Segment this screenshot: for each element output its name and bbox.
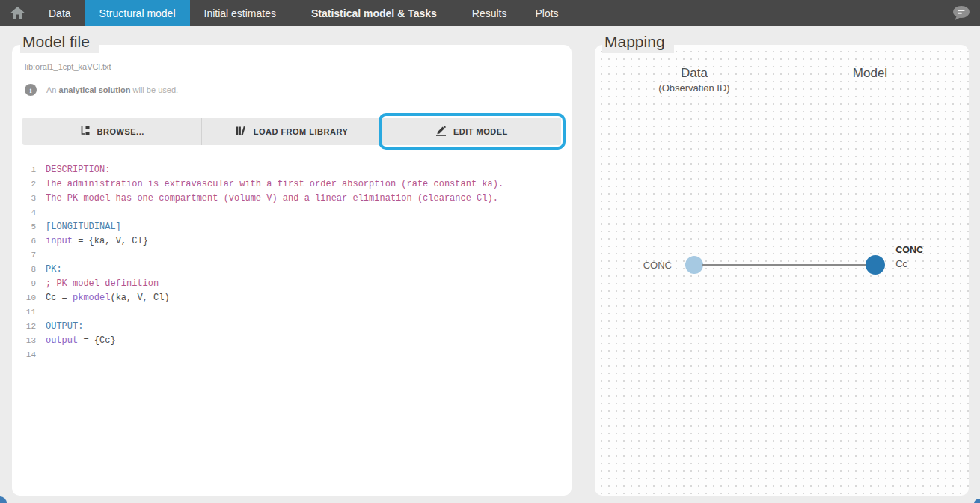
code-line: 11 bbox=[22, 305, 563, 320]
mapping-connector-line bbox=[702, 264, 867, 266]
line-number: 5 bbox=[22, 220, 40, 234]
line-number: 12 bbox=[22, 320, 40, 334]
mapping-model-header: Model bbox=[829, 66, 911, 81]
line-number: 14 bbox=[22, 348, 40, 362]
tab-initial-estimates[interactable]: Initial estimates bbox=[190, 0, 290, 26]
line-number: 10 bbox=[22, 291, 40, 305]
model-file-actions: BROWSE... LOAD FROM LIBRARY bbox=[22, 118, 561, 145]
mapping-model-output: Cc bbox=[895, 258, 923, 269]
code-line: 1DESCRIPTION: bbox=[22, 163, 563, 177]
tab-results[interactable]: Results bbox=[458, 0, 521, 26]
model-code-editor[interactable]: 1DESCRIPTION:2The administration is extr… bbox=[22, 163, 563, 485]
code-line: 3The PK model has one compartment (volum… bbox=[22, 192, 563, 206]
code-line: 9; PK model definition bbox=[22, 277, 563, 291]
analytical-solution-note: i An analytical solution will be used. bbox=[25, 84, 178, 96]
code-line: 13output = {Cc} bbox=[22, 334, 563, 348]
mapping-data-header: Data bbox=[653, 66, 735, 81]
line-number: 3 bbox=[22, 192, 40, 206]
code-line: 5[LONGITUDINAL] bbox=[22, 220, 563, 234]
edit-model-button[interactable]: EDIT MODEL bbox=[382, 118, 561, 145]
browse-icon bbox=[80, 126, 91, 138]
code-line: 10Cc = pkmodel(ka, V, Cl) bbox=[22, 291, 563, 305]
load-from-library-button-label: LOAD FROM LIBRARY bbox=[254, 127, 349, 136]
line-number: 8 bbox=[22, 263, 40, 277]
mapping-data-label: CONC bbox=[628, 260, 672, 271]
line-number: 11 bbox=[22, 305, 40, 320]
code-line: 6input = {ka, V, Cl} bbox=[22, 234, 563, 249]
mapping-model-labels: CONC Cc bbox=[895, 245, 923, 269]
line-number: 1 bbox=[22, 163, 40, 177]
code-line: 2The administration is extravascular wit… bbox=[22, 177, 563, 192]
model-file-title: Model file bbox=[20, 33, 99, 53]
chat-bubble-icon[interactable] bbox=[952, 0, 980, 26]
browse-button[interactable]: BROWSE... bbox=[22, 118, 202, 145]
bottom-right-corner-fragment bbox=[974, 499, 980, 503]
mapping-model-endpoint[interactable] bbox=[866, 255, 885, 275]
library-icon bbox=[236, 126, 247, 138]
home-icon[interactable] bbox=[0, 0, 34, 26]
code-line: 12OUTPUT: bbox=[22, 320, 563, 334]
code-line: 4 bbox=[22, 206, 563, 220]
mapping-model-name: CONC bbox=[895, 245, 923, 255]
edit-model-button-label: EDIT MODEL bbox=[453, 127, 508, 136]
code-line: 14 bbox=[22, 348, 563, 362]
line-number: 4 bbox=[22, 206, 40, 220]
tab-structural-model[interactable]: Structural model bbox=[85, 0, 190, 26]
mapping-title: Mapping bbox=[602, 33, 674, 53]
mapping-panel: Data (Observation ID) Model CONC CONC Cc bbox=[595, 45, 969, 496]
line-number: 9 bbox=[22, 277, 40, 291]
mapping-row-conc: CONC CONC Cc bbox=[628, 243, 923, 287]
mapping-data-subheader: (Observation ID) bbox=[631, 82, 758, 94]
line-number: 7 bbox=[22, 249, 40, 263]
mapping-data-endpoint[interactable] bbox=[685, 256, 703, 274]
tab-data[interactable]: Data bbox=[34, 0, 85, 26]
code-line: 7 bbox=[22, 249, 563, 263]
model-file-path: lib:oral1_1cpt_kaVCl.txt bbox=[25, 62, 111, 71]
model-file-panel: lib:oral1_1cpt_kaVCl.txt i An analytical… bbox=[12, 45, 572, 496]
load-from-library-button[interactable]: LOAD FROM LIBRARY bbox=[202, 118, 382, 145]
bottom-left-corner-fragment bbox=[0, 496, 7, 503]
tab-plots[interactable]: Plots bbox=[521, 0, 573, 26]
tab-statistical-model-tasks[interactable]: Statistical model & Tasks bbox=[297, 0, 451, 26]
top-navbar: Data Structural model Initial estimates … bbox=[0, 0, 980, 26]
edit-pencil-icon bbox=[435, 125, 447, 138]
info-icon: i bbox=[25, 84, 37, 96]
code-line: 8PK: bbox=[22, 263, 563, 277]
line-number: 6 bbox=[22, 234, 40, 249]
info-note-text: An analytical solution will be used. bbox=[46, 85, 178, 94]
line-number: 13 bbox=[22, 334, 40, 348]
browse-button-label: BROWSE... bbox=[97, 127, 144, 136]
line-number: 2 bbox=[22, 177, 40, 192]
